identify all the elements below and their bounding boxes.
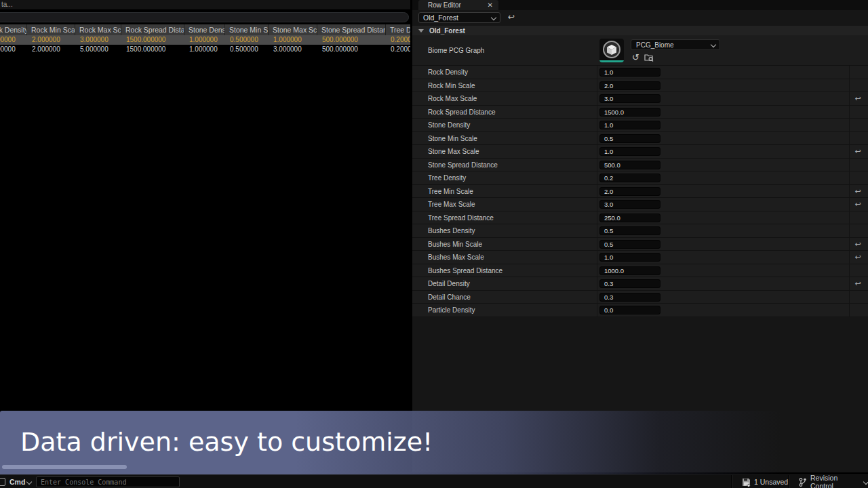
property-value-input[interactable] [599,81,660,90]
property-value-input[interactable] [599,200,660,209]
column-header[interactable]: Stone Density [184,24,225,35]
property-value-input[interactable] [599,68,660,77]
property-value-input[interactable] [599,293,660,302]
table-cell[interactable]: 5.000000 [75,45,121,54]
column-splitter[interactable] [849,159,850,171]
column-splitter[interactable] [597,106,597,119]
property-value-input[interactable] [599,108,660,117]
undo-button[interactable]: ↩ [506,12,517,22]
property-value-input[interactable] [599,174,660,182]
horizontal-scrollbar-thumb[interactable] [2,465,127,469]
table-cell[interactable]: 0.200000 [386,35,410,45]
property-value-input[interactable] [599,253,660,262]
column-splitter[interactable] [849,185,850,198]
use-selected-asset-icon[interactable]: ↺ [632,53,639,62]
table-cell[interactable]: 3.000000 [269,45,317,54]
table-cell[interactable]: 3.000000 [75,35,121,45]
property-value-input[interactable] [599,240,660,249]
table-cell[interactable]: 500.000000 [317,35,386,45]
table-cell[interactable]: 0.500000 [225,45,269,54]
column-splitter[interactable] [597,277,597,290]
column-splitter[interactable] [597,211,597,224]
column-header[interactable]: Stone Max Scale [269,24,317,35]
column-splitter[interactable] [849,92,850,105]
tab-row-editor[interactable]: Row Editor ✕ [418,0,498,10]
reset-to-default-button[interactable]: ↩ [852,198,863,211]
column-splitter[interactable] [597,185,597,198]
table-row[interactable]: 1.0000002.0000003.0000001500.0000001.000… [0,35,410,45]
column-splitter[interactable] [597,159,597,171]
table-cell[interactable]: 1.000000 [0,45,27,54]
column-splitter[interactable] [849,145,850,158]
column-splitter[interactable] [597,132,597,145]
table-row[interactable]: 1.0000002.0000005.0000001500.0000001.000… [0,45,410,54]
property-value-input[interactable] [599,266,660,275]
reset-to-default-button[interactable]: ↩ [852,145,863,158]
column-header[interactable]: Rock Density [0,24,27,35]
section-header-old-forest[interactable]: Old_Forest [412,26,868,35]
reset-to-default-button[interactable]: ↩ [852,92,863,105]
column-splitter[interactable] [597,66,597,79]
column-splitter[interactable] [597,304,597,317]
table-cell[interactable]: 1.000000 [0,35,27,45]
column-splitter[interactable] [597,251,597,264]
property-value-input[interactable] [599,121,660,129]
property-value-input[interactable] [599,187,660,196]
reset-to-default-button[interactable]: ↩ [852,277,863,290]
column-splitter[interactable] [849,211,850,224]
column-splitter[interactable] [849,171,850,184]
column-splitter[interactable] [849,198,850,211]
console-command-input[interactable] [36,476,180,487]
property-value-input[interactable] [599,161,660,169]
column-splitter[interactable] [597,145,597,158]
column-header[interactable]: Rock Min Scale [27,24,75,35]
cmd-dropdown-label[interactable]: Cmd [9,478,25,486]
column-splitter[interactable] [597,238,597,251]
property-value-input[interactable] [599,226,660,235]
column-header[interactable]: Rock Spread Distance [121,24,184,35]
table-cell[interactable]: 1.000000 [184,35,225,45]
column-header[interactable]: Stone Min Scale [225,24,269,35]
table-cell[interactable]: 1.000000 [184,45,225,54]
column-splitter[interactable] [597,119,597,131]
column-splitter[interactable] [849,291,850,304]
property-value-input[interactable] [599,306,660,314]
table-search-input[interactable] [0,12,409,22]
revision-control-button[interactable]: Revision Control [799,475,868,488]
column-splitter[interactable] [849,238,850,251]
column-splitter[interactable] [849,251,850,264]
reset-to-default-button[interactable]: ↩ [852,185,863,198]
column-splitter[interactable] [597,92,597,105]
column-splitter[interactable] [597,264,597,277]
column-splitter[interactable] [597,79,597,92]
table-cell[interactable]: 0.500000 [225,35,269,45]
column-splitter[interactable] [849,106,850,119]
table-cell[interactable]: 1.000000 [269,35,317,45]
table-cell[interactable]: 500.000000 [317,45,386,54]
column-header[interactable]: Stone Spread Distance [317,24,386,35]
asset-thumbnail[interactable] [599,39,624,62]
column-splitter[interactable] [849,224,850,237]
column-header[interactable]: Tree Density [386,24,410,35]
table-cell[interactable]: 0.200000 [386,45,410,54]
row-select-dropdown[interactable]: Old_Forest [418,12,500,23]
column-splitter[interactable] [597,291,597,304]
property-value-input[interactable] [599,279,660,288]
column-splitter[interactable] [849,66,850,79]
data-table-tab[interactable]: ta... [1,1,13,8]
reset-to-default-button[interactable]: ↩ [852,251,863,264]
table-cell[interactable]: 2.000000 [27,35,75,45]
unsaved-button[interactable]: 1 Unsaved [742,475,788,488]
close-icon[interactable]: ✕ [488,1,493,9]
property-value-input[interactable] [599,214,660,222]
column-splitter[interactable] [597,171,597,184]
column-splitter[interactable] [849,304,850,317]
property-value-input[interactable] [599,134,660,143]
column-splitter[interactable] [849,264,850,277]
column-splitter[interactable] [849,277,850,290]
property-value-input[interactable] [599,147,660,156]
property-value-input[interactable] [599,94,660,103]
column-splitter[interactable] [849,79,850,92]
table-cell[interactable]: 1500.000000 [121,35,184,45]
table-cell[interactable]: 1500.000000 [121,45,184,54]
